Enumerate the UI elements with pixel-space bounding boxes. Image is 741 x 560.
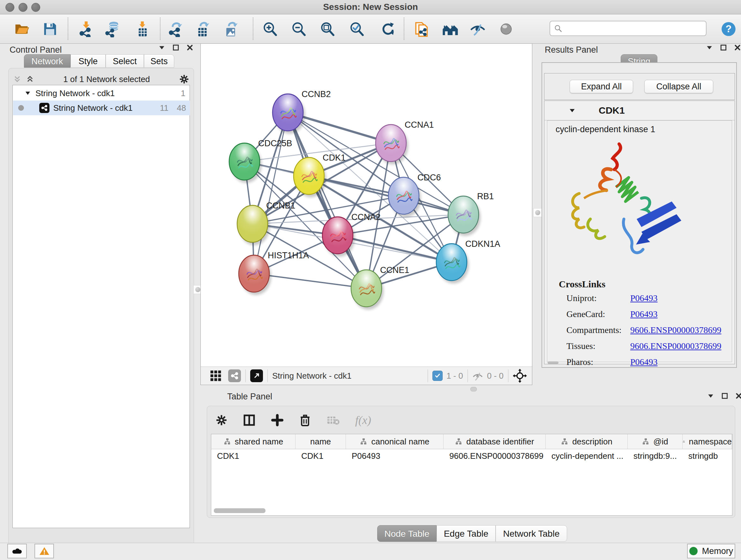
save-session-button[interactable] <box>42 21 58 37</box>
grid-view-icon[interactable] <box>210 370 222 382</box>
crosslink-link[interactable]: 9606.ENSP00000378699 <box>630 325 721 335</box>
graph-node-CCNA2[interactable]: CCNA2 <box>322 212 381 257</box>
tab-network[interactable]: Network <box>24 54 71 68</box>
show-columns-icon[interactable] <box>243 414 256 427</box>
delete-column-trash-icon[interactable] <box>299 414 311 427</box>
network-graph[interactable]: CCNB2CCNA1CDC25BCDK1CDC6RB1CCNB1CCNA2CDK… <box>201 44 532 367</box>
glass-ball-button[interactable] <box>498 21 515 37</box>
tab-sets[interactable]: Sets <box>144 54 174 68</box>
table-cell[interactable]: stringdb <box>683 449 732 463</box>
refresh-view-button[interactable] <box>380 21 396 37</box>
zoom-fit-button[interactable] <box>319 21 336 37</box>
toolbar-separator <box>404 17 404 40</box>
column-header-description[interactable]: description <box>546 434 628 449</box>
close-panel-icon[interactable] <box>735 392 741 399</box>
crosslink-link[interactable]: P06493 <box>630 293 658 303</box>
zoom-out-button[interactable] <box>290 21 307 37</box>
collapse-all-button[interactable]: Collapse All <box>644 80 713 93</box>
float-panel-icon[interactable] <box>720 44 727 51</box>
cloud-status-button[interactable] <box>7 544 27 558</box>
graph-edge[interactable] <box>254 112 288 273</box>
network-share-icon[interactable] <box>228 369 241 382</box>
graph-node-CCNB2[interactable]: CCNB2 <box>273 89 331 134</box>
table-cell[interactable]: CDK1 <box>295 449 346 463</box>
graph-node-CDK1[interactable]: CDK1 <box>293 153 346 197</box>
column-header-database-identifier[interactable]: database identifier <box>444 434 546 449</box>
table-cell[interactable]: CDK1 <box>211 449 295 463</box>
table-hscrollbar[interactable] <box>214 508 266 513</box>
tab-select[interactable]: Select <box>106 54 144 68</box>
warning-status-button[interactable] <box>35 544 54 558</box>
graph-node-CDC25B[interactable]: CDC25B <box>229 138 292 183</box>
float-panel-icon[interactable] <box>172 44 179 51</box>
search-field[interactable] <box>549 21 706 36</box>
column-header-shared-name[interactable]: shared name <box>211 434 295 449</box>
network-options-gear-icon[interactable] <box>179 74 189 84</box>
import-network-button[interactable] <box>78 21 94 37</box>
memory-button[interactable]: Memory <box>687 544 735 558</box>
graph-node-CDC6[interactable]: CDC6 <box>388 173 441 217</box>
table-cell[interactable]: stringdb:9... <box>628 449 683 463</box>
toolbar-separator <box>246 369 246 382</box>
string-results-container: Expand All Collapse All CDK1 cyclin-depe… <box>542 62 737 368</box>
graph-node-CCNA1[interactable]: CCNA1 <box>376 120 434 165</box>
float-panel-icon[interactable] <box>721 392 728 399</box>
network-collection-row[interactable]: String Network - cdk1 1 <box>13 86 190 101</box>
search-input[interactable] <box>562 23 697 33</box>
export-table-button[interactable] <box>194 21 211 37</box>
column-header-namespace[interactable]: namespace <box>683 434 732 449</box>
collection-expander-icon[interactable] <box>24 90 31 97</box>
float-menu-icon[interactable] <box>707 392 714 399</box>
close-panel-icon[interactable] <box>734 44 741 51</box>
protein-expander-icon[interactable] <box>569 107 576 114</box>
table-cell[interactable]: 9606.ENSP00000378699 <box>444 449 546 463</box>
fit-selected-crosshair-icon[interactable] <box>513 369 527 383</box>
expand-all-button[interactable]: Expand All <box>569 80 633 93</box>
selected-checkbox-icon[interactable] <box>432 371 443 381</box>
graph-edge[interactable] <box>288 112 366 288</box>
add-column-icon[interactable] <box>271 414 284 427</box>
expand-all-icon[interactable] <box>26 75 34 83</box>
collapse-all-icon[interactable] <box>13 75 21 83</box>
zoom-selected-button[interactable] <box>348 21 365 37</box>
crosslink-link[interactable]: P06493 <box>630 309 658 319</box>
table-cell[interactable]: P06493 <box>346 449 444 463</box>
graph-node-RB1[interactable]: RB1 <box>448 192 494 236</box>
graph-node-CCNB1[interactable]: CCNB1 <box>237 201 295 245</box>
float-menu-icon[interactable] <box>706 44 713 51</box>
import-network-from-database-button[interactable] <box>105 21 121 37</box>
export-network-button[interactable] <box>167 21 184 37</box>
detach-view-icon[interactable] <box>250 369 263 382</box>
tab-node-table[interactable]: Node Table <box>377 525 436 542</box>
close-panel-icon[interactable] <box>186 44 193 51</box>
graph-node-CDKN1A[interactable]: CDKN1A <box>436 239 500 284</box>
string-import-button[interactable] <box>414 21 430 37</box>
open-session-button[interactable] <box>13 21 30 37</box>
help-button[interactable]: ? <box>720 21 737 37</box>
protein-header-row[interactable]: CDK1 <box>544 101 735 120</box>
column-header--id[interactable]: @id <box>628 434 683 449</box>
graph-node-CCNE1[interactable]: CCNE1 <box>351 265 409 310</box>
graph-node-HIST1H1A[interactable]: HIST1H1A <box>239 251 309 295</box>
import-table-button[interactable] <box>134 21 151 37</box>
homes-button[interactable] <box>442 21 459 37</box>
tab-network-table[interactable]: Network Table <box>495 525 567 542</box>
float-menu-icon[interactable] <box>158 44 165 51</box>
table-cell[interactable]: cyclin-dependent ... <box>546 449 628 463</box>
export-image-button[interactable] <box>223 21 239 37</box>
tab-style[interactable]: Style <box>71 54 106 68</box>
import-table-icon <box>134 21 150 37</box>
column-header-canonical-name[interactable]: canonical name <box>346 434 444 449</box>
column-header-name[interactable]: name <box>295 434 346 449</box>
results-hscrollbar[interactable] <box>548 361 558 364</box>
graph-node-label: CCNE1 <box>380 265 409 275</box>
zoom-in-button[interactable] <box>262 21 278 37</box>
crosslink-link[interactable]: P06493 <box>630 357 658 367</box>
table-gear-icon[interactable] <box>215 414 227 426</box>
hide-unhide-button[interactable] <box>469 21 486 37</box>
crosslink-link[interactable]: 9606.ENSP00000378699 <box>630 341 721 351</box>
table-row[interactable]: CDK1CDK1P064939606.ENSP00000378699cyclin… <box>211 449 732 463</box>
network-column-icon <box>455 438 462 445</box>
network-row-selected[interactable]: String Network - cdk1 11 48 <box>13 101 190 115</box>
tab-edge-table[interactable]: Edge Table <box>436 525 495 542</box>
